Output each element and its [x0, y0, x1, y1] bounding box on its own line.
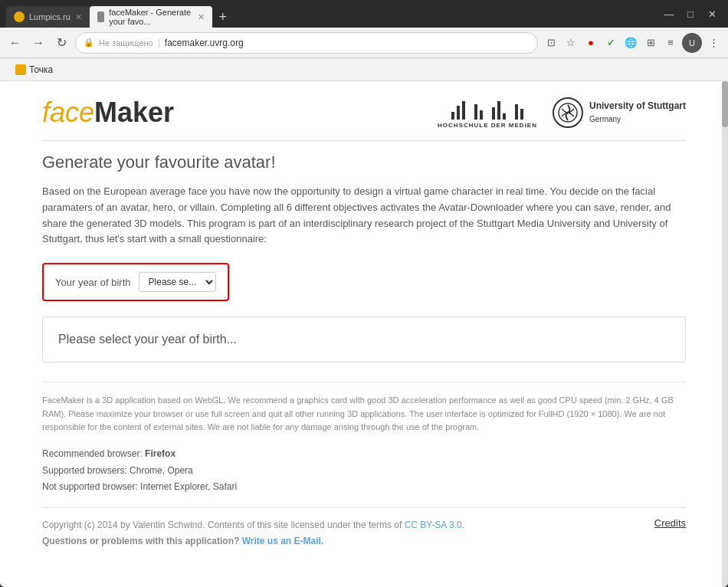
title-bar: Lumpics.ru ✕ faceMaker - Generate your f… [0, 0, 728, 28]
email-link[interactable]: Write us an E-Mail. [242, 536, 323, 546]
tab-facemaker-label: faceMaker - Generate your favo... [109, 8, 193, 26]
copyright-section: Copyright (c) 2014 by Valentin Schwind. … [42, 507, 686, 550]
addon-icon5[interactable]: ≡ [662, 34, 679, 51]
hdm-bar-2 [457, 106, 460, 120]
stuttgart-icon [553, 97, 583, 128]
toolbar-icons: ⊡ ☆ ● ✓ 🌐 ⊞ ≡ U ⋮ [543, 33, 722, 53]
recommended-browser: Recommended browser: Firefox [42, 446, 686, 463]
screen-cast-icon[interactable]: ⊡ [543, 34, 559, 51]
question-text: Questions or problems with this applicat… [42, 536, 239, 546]
header-logos: HOCHSCHULE DER MEDIEN Unive [438, 97, 686, 129]
license-link[interactable]: CC BY-SA 3.0. [405, 520, 464, 530]
copyright-text: Copyright (c) 2014 by Valentin Schwind. … [42, 520, 402, 530]
logo-face: face [42, 97, 94, 129]
tab-facemaker-favicon [97, 11, 104, 22]
university-name: University of Stuttgart [589, 100, 686, 111]
copyright-main: Copyright (c) 2014 by Valentin Schwind. … [42, 520, 464, 530]
addon-icon1[interactable]: ● [582, 34, 599, 51]
browser-window: Lumpics.ru ✕ faceMaker - Generate your f… [0, 0, 728, 587]
minimize-button[interactable]: — [659, 6, 679, 21]
not-supported-browsers: Not supported browser: Internet Explorer… [42, 479, 686, 496]
forward-button[interactable]: → [29, 34, 48, 52]
hdm-bar-10 [520, 109, 523, 120]
hdm-bar-3 [462, 101, 465, 120]
bookmark-icon[interactable]: ☆ [562, 34, 579, 51]
hdm-bar-5 [480, 110, 483, 120]
supported-browsers: Supported browsers: Chrome, Opera [42, 463, 686, 480]
tab-lumpics-label: Lumpics.ru [29, 12, 71, 21]
tab-facemaker[interactable]: faceMaker - Generate your favo... ✕ [90, 6, 212, 28]
url-bar[interactable]: 🔒 Не защищено | facemaker.uvrg.org [75, 32, 538, 54]
copyright-text-block: Copyright (c) 2014 by Valentin Schwind. … [42, 517, 464, 550]
university-country: Germany [589, 115, 621, 123]
browser-info: Recommended browser: Firefox Supported b… [42, 446, 686, 496]
window-controls: — □ ✕ [659, 6, 722, 21]
hdm-bars [451, 97, 523, 120]
hdm-text: HOCHSCHULE DER MEDIEN [438, 122, 537, 129]
addon-icon3[interactable]: 🌐 [622, 34, 639, 51]
tagline: Generate your favourite avatar! [42, 152, 686, 172]
footer-text-content: FaceMaker is a 3D application based on W… [42, 395, 674, 431]
recommended-label: Recommended browser: [42, 448, 143, 459]
maximize-button[interactable]: □ [680, 6, 700, 21]
tab-lumpics-close[interactable]: ✕ [75, 12, 82, 22]
hdm-bar-6 [492, 107, 495, 120]
birth-year-form: Your year of birth Please se... 2000 199… [42, 263, 229, 301]
stuttgart-text: University of Stuttgart Germany [589, 100, 686, 126]
scrollbar[interactable] [722, 81, 728, 587]
refresh-button[interactable]: ↻ [52, 34, 71, 52]
logo-maker: Maker [94, 97, 174, 129]
footer-main-text: FaceMaker is a 3D application based on W… [42, 394, 686, 435]
site-logo: face Maker [42, 97, 174, 129]
stuttgart-svg [556, 101, 579, 124]
addon-icon2[interactable]: ✓ [602, 34, 619, 51]
select-message-text: Please select your year of birth... [58, 333, 237, 346]
hdm-logo: HOCHSCHULE DER MEDIEN [438, 97, 537, 129]
hdm-bar-7 [497, 101, 500, 120]
bookmark-favicon [15, 64, 26, 75]
tab-lumpics-favicon [14, 11, 25, 22]
address-bar: ← → ↻ 🔒 Не защищено | facemaker.uvrg.org… [0, 28, 728, 58]
bookmarks-bar: Точка [0, 58, 728, 81]
firefox-link[interactable]: Firefox [145, 448, 175, 459]
bookmark-label: Точка [29, 64, 53, 75]
stuttgart-logo: University of Stuttgart Germany [553, 97, 686, 128]
tab-add-button[interactable]: + [212, 6, 234, 28]
birth-year-select[interactable]: Please se... 2000 1999 1998 1990 [139, 272, 216, 292]
birth-year-label: Your year of birth [55, 277, 131, 288]
hdm-bar-9 [515, 104, 518, 120]
site-header: face Maker [42, 97, 686, 141]
page-content: face Maker [0, 81, 728, 587]
tabs-area: Lumpics.ru ✕ faceMaker - Generate your f… [6, 0, 650, 28]
not-secure-label: Не защищено [99, 38, 153, 48]
hdm-bar-8 [503, 113, 506, 120]
tab-facemaker-close[interactable]: ✕ [198, 12, 205, 22]
lock-icon: 🔒 [84, 38, 94, 48]
tab-lumpics[interactable]: Lumpics.ru ✕ [6, 6, 90, 28]
profile-icon[interactable]: U [682, 33, 702, 53]
scroll-thumb[interactable] [722, 81, 728, 127]
credits-link[interactable]: Credits [654, 517, 686, 529]
menu-icon[interactable]: ⋮ [705, 34, 722, 51]
select-message-box: Please select your year of birth... [42, 316, 686, 362]
intro-text: Based on the European average face you h… [42, 184, 686, 248]
bookmark-tochka[interactable]: Точка [9, 63, 59, 77]
addon-icon4[interactable]: ⊞ [642, 34, 659, 51]
footer-info: FaceMaker is a 3D application based on W… [42, 382, 686, 435]
url-text: facemaker.uvrg.org [165, 38, 244, 48]
back-button[interactable]: ← [6, 34, 25, 52]
close-button[interactable]: ✕ [702, 6, 722, 21]
page-inner: face Maker [19, 81, 709, 566]
hdm-bar-4 [474, 104, 477, 120]
hdm-bar-1 [451, 112, 454, 120]
